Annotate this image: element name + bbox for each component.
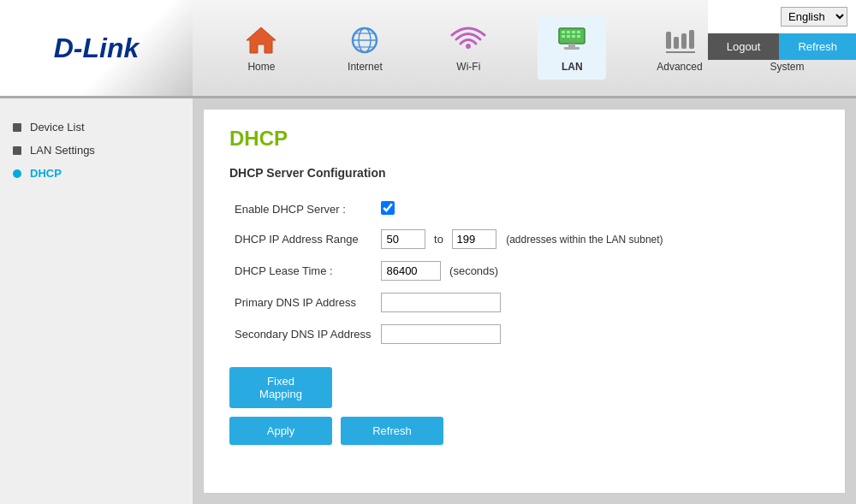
top-right-area: English French German Spanish Chinese Lo… [708,0,856,60]
content-area: DHCP DHCP Server Configuration Enable DH… [203,109,846,494]
lang-bar: English French German Spanish Chinese [708,0,856,33]
action-buttons: Apply Refresh [229,417,819,445]
svg-rect-13 [572,35,575,38]
svg-rect-11 [562,35,565,38]
nav-home-label: Home [247,61,275,73]
secondary-dns-label: Secondary DNS IP Address [229,318,376,350]
advanced-icon [661,23,698,57]
nav-lan[interactable]: LAN [538,16,606,80]
logout-button[interactable]: Logout [708,33,780,60]
logo-area: D-Link [0,0,193,98]
fixed-mapping-button[interactable]: Fixed Mapping [229,367,332,408]
svg-marker-0 [247,27,276,53]
top-buttons: Logout Refresh [708,33,856,60]
nav-home[interactable]: Home [227,16,295,80]
sidebar-bullet-device-list [13,123,21,132]
sidebar-item-device-list[interactable]: Device List [9,116,184,139]
refresh-top-button[interactable]: Refresh [779,33,856,60]
svg-rect-14 [577,35,580,38]
refresh-button[interactable]: Refresh [341,417,443,445]
wifi-icon [449,23,487,57]
nav-lan-label: LAN [562,61,583,73]
lan-icon [553,23,591,57]
svg-rect-7 [562,31,565,33]
page-title: DHCP [229,127,819,151]
lease-time-row: DHCP Lease Time : (seconds) [229,255,669,287]
sidebar: Device List LAN Settings DHCP [0,98,193,504]
sidebar-item-lan-settings[interactable]: LAN Settings [9,139,184,162]
ip-range-from-input[interactable] [381,229,425,249]
ip-range-cell: to (addresses within the LAN subnet) [376,223,668,255]
sidebar-bullet-dhcp [13,169,21,178]
fixed-mapping-row: Fixed Mapping [229,367,819,408]
secondary-dns-input[interactable] [381,324,501,344]
sidebar-label-device-list: Device List [30,121,85,133]
apply-button[interactable]: Apply [229,417,332,445]
svg-rect-9 [572,31,575,33]
home-icon [242,23,280,57]
ip-range-to-text: to [434,233,443,246]
nav-wifi-label: Wi-Fi [456,61,480,73]
enable-dhcp-label: Enable DHCP Server : [229,195,376,223]
lease-time-cell: (seconds) [376,255,668,287]
language-select[interactable]: English French German Spanish Chinese [781,7,847,27]
nav-advanced-label: Advanced [657,61,702,73]
lease-time-input[interactable] [381,261,441,281]
nav-wifi[interactable]: Wi-Fi [434,16,502,80]
lease-time-unit: (seconds) [449,264,498,277]
svg-rect-8 [567,31,570,33]
svg-rect-17 [666,32,671,49]
primary-dns-cell [376,287,668,318]
primary-dns-input[interactable] [381,293,501,312]
secondary-dns-row: Secondary DNS IP Address [229,318,669,350]
sidebar-item-dhcp[interactable]: DHCP [9,162,184,185]
svg-rect-16 [564,47,580,50]
logo: D-Link [54,33,140,64]
svg-rect-20 [689,30,694,49]
nav-internet[interactable]: Internet [330,16,399,80]
dhcp-form: Enable DHCP Server : DHCP IP Address Ran… [229,195,669,350]
button-row: Fixed Mapping Apply Refresh [229,367,819,445]
sidebar-label-dhcp: DHCP [30,167,62,180]
svg-rect-12 [567,35,570,38]
secondary-dns-cell [376,318,668,350]
primary-dns-label: Primary DNS IP Address [229,287,376,318]
ip-range-label: DHCP IP Address Range [229,223,376,255]
nav-advanced[interactable]: Advanced [641,16,717,80]
svg-rect-15 [568,44,575,47]
internet-icon [346,23,383,57]
lease-time-label: DHCP Lease Time : [229,255,376,287]
svg-rect-10 [577,31,580,33]
svg-rect-18 [674,37,679,49]
ip-range-note: (addresses within the LAN subnet) [506,234,663,246]
primary-dns-row: Primary DNS IP Address [229,287,669,318]
enable-dhcp-cell [376,195,668,223]
sidebar-bullet-lan-settings [13,146,21,155]
ip-range-row: DHCP IP Address Range to (addresses with… [229,223,669,255]
sidebar-label-lan-settings: LAN Settings [30,144,95,157]
nav-system-label: System [770,61,805,73]
svg-rect-19 [681,33,687,49]
enable-dhcp-row: Enable DHCP Server : [229,195,669,223]
ip-range-to-input[interactable] [452,229,496,249]
nav-internet-label: Internet [348,61,383,73]
enable-dhcp-checkbox[interactable] [381,201,395,215]
section-title: DHCP Server Configuration [229,166,819,180]
